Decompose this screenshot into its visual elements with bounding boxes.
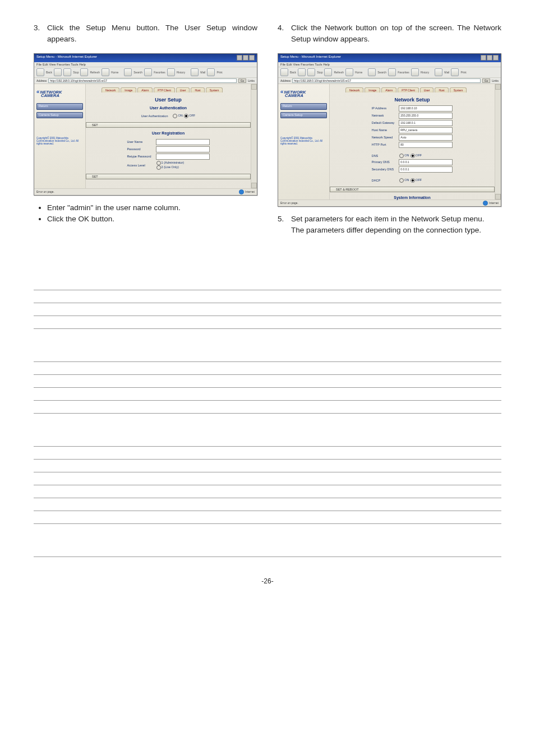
step-5: 5. Set parameters for each item in the N… (278, 214, 501, 236)
go-button[interactable]: Go (482, 78, 491, 83)
step-4: 4. Click the Network button on top of th… (278, 22, 501, 45)
address-input[interactable]: http://192.168.0.10/cgi-bin/newadmin/US-… (292, 78, 480, 83)
bullet-2: Click the OK button. (47, 214, 257, 225)
stop-icon[interactable] (307, 68, 315, 76)
bullet-1: Enter "admin" in the user name column. (47, 202, 257, 214)
access-level[interactable]: 1 (Administrator) 2 (Live Only) (154, 160, 212, 170)
sysinfo-heading: System Information (330, 196, 495, 200)
history-icon[interactable] (411, 68, 419, 76)
step-5-text: Set parameters for each item in the Netw… (291, 214, 484, 236)
dhcp-onoff[interactable]: ON OFF (396, 178, 455, 183)
hostname-input[interactable]: RPU_camera (399, 127, 453, 133)
search-icon[interactable] (124, 68, 132, 76)
address-label: Address (36, 79, 47, 82)
set-button-2[interactable]: SET (86, 174, 251, 179)
window-buttons (236, 55, 255, 61)
tab-system[interactable]: System (206, 87, 223, 92)
camera-setup-button[interactable]: Camera Setup (36, 112, 83, 119)
back-icon[interactable] (280, 68, 288, 76)
fwd-icon[interactable] (298, 68, 306, 76)
status-text: Error on page. (36, 190, 54, 193)
scroll-down-icon[interactable] (251, 183, 257, 188)
tab-image[interactable]: Image (121, 87, 136, 92)
camera-setup-button[interactable]: Camera Setup (280, 112, 327, 119)
tab-ftp[interactable]: FTP Client (398, 87, 419, 92)
retype-password-input[interactable] (156, 154, 210, 160)
step-3: 3. Click the Setup Menu button. The User… (34, 22, 257, 45)
reg-form: User Name Password Retype Password Acces… (124, 138, 211, 170)
set-reboot-button[interactable]: SET & REBOOT (330, 187, 495, 192)
screenshot-network-setup: Setup Menu - Microsoft Internet Explorer… (278, 53, 501, 207)
print-icon[interactable] (451, 68, 459, 76)
screenshot-user-setup: Setup Menu - Microsoft Internet Explorer… (34, 53, 257, 196)
mail-icon[interactable] (435, 68, 442, 76)
step-3-num: 3. (34, 22, 44, 34)
tab-network[interactable]: Network (345, 87, 363, 92)
logo: «NETWORK CAMERA (36, 90, 83, 98)
speed-select[interactable]: Auto (399, 134, 453, 141)
mail-icon[interactable] (191, 68, 199, 76)
stop-icon[interactable] (63, 68, 71, 76)
menubar: File Edit View Favorites Tools Help (34, 62, 257, 67)
address-input[interactable]: http://192.168.0.10/cgi-bin/newadmin/US-… (48, 78, 236, 83)
auth-heading: User Authentication (86, 106, 251, 110)
netmask-input[interactable]: 255.255.255.0 (399, 113, 453, 119)
bullet-list: Enter "admin" in the user name column. C… (34, 202, 257, 226)
page-title: Network Setup (330, 97, 495, 103)
step-4-num: 4. (278, 22, 288, 34)
print-icon[interactable] (207, 68, 215, 76)
home-icon[interactable] (345, 68, 353, 76)
tab-ftp[interactable]: FTP Client (154, 87, 175, 92)
password-input[interactable] (156, 146, 210, 152)
refresh-icon[interactable] (324, 68, 332, 76)
ip-input[interactable]: 192.168.0.10 (399, 105, 453, 112)
tab-image[interactable]: Image (365, 87, 380, 92)
gateway-input[interactable]: 192.168.0.1 (399, 120, 453, 126)
reg-heading: User Registration (86, 131, 251, 135)
sdns-input[interactable]: 0.0.0.1 (399, 166, 453, 173)
internet-icon (239, 189, 244, 194)
window-title: Setup Menu - Microsoft Internet Explorer (36, 55, 97, 61)
pdns-input[interactable]: 0.0.0.1 (399, 159, 453, 165)
tab-host[interactable]: Host (435, 87, 448, 92)
network-form: IP Address192.168.0.10 Netmask255.255.25… (370, 105, 455, 183)
return-button[interactable]: Return (280, 103, 327, 110)
username-input[interactable] (156, 139, 210, 145)
page-title: User Setup (86, 97, 251, 103)
step-5-num: 5. (278, 214, 288, 225)
tab-host[interactable]: Host (191, 87, 204, 92)
copyright: Copyright© 2001 Matsushita Communication… (36, 137, 83, 145)
dns-onoff[interactable]: ON OFF (396, 153, 455, 159)
go-button[interactable]: Go (238, 78, 247, 83)
scroll-up-icon[interactable] (251, 84, 257, 90)
memo-area (34, 277, 501, 557)
refresh-icon[interactable] (80, 68, 88, 76)
tab-user[interactable]: User (176, 87, 190, 92)
home-icon[interactable] (102, 68, 109, 76)
port-input[interactable]: 80 (399, 142, 453, 148)
auth-form: User Authentication ON OFF (139, 113, 197, 119)
return-button[interactable]: Return (36, 103, 83, 110)
tab-network[interactable]: Network (102, 87, 119, 92)
tab-alarm[interactable]: Alarm (137, 87, 153, 92)
favorites-icon[interactable] (144, 68, 152, 76)
scrollbar[interactable] (495, 84, 501, 200)
tab-alarm[interactable]: Alarm (381, 87, 396, 92)
step-3-text: Click the Setup Menu button. The User Se… (47, 22, 257, 45)
scroll-down-icon[interactable] (495, 194, 501, 200)
fwd-icon[interactable] (54, 68, 62, 76)
internet-icon (483, 201, 488, 206)
scrollbar[interactable] (251, 84, 257, 188)
back-icon[interactable] (36, 68, 44, 76)
set-button[interactable]: SET (86, 122, 251, 128)
tabs: Network Image Alarm FTP Client User Host… (86, 84, 251, 92)
tab-system[interactable]: System (450, 87, 467, 92)
favorites-icon[interactable] (388, 68, 396, 76)
tab-user[interactable]: User (420, 87, 434, 92)
scroll-up-icon[interactable] (495, 84, 501, 90)
page-number: -26- (34, 577, 501, 585)
auth-onoff[interactable]: ON OFF (170, 113, 197, 119)
history-icon[interactable] (167, 68, 175, 76)
step-4-text: Click the Network button on top of the s… (291, 22, 501, 45)
search-icon[interactable] (368, 68, 376, 76)
